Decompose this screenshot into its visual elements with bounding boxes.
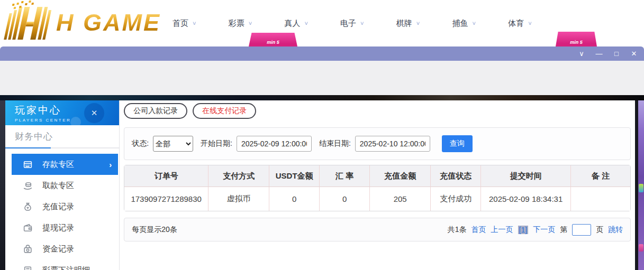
logo[interactable]: H GAME <box>5 3 161 42</box>
col-remark: 备 注 <box>570 165 630 187</box>
dark-divider-band <box>0 95 644 100</box>
cell-usdt-amount: 0 <box>269 187 319 211</box>
cell-order-number: 1739097271289830 <box>124 187 208 211</box>
cell-recharge-status: 支付成功 <box>430 187 480 211</box>
table-row: 1739097271289830 虚拟币 0 0 205 支付成功 2025-0… <box>124 187 630 211</box>
funds-bag-icon <box>23 245 33 254</box>
chevron-down-icon: ∨ <box>528 20 532 26</box>
cell-exchange-rate: 0 <box>319 187 369 211</box>
promo-ribbon: min 5 <box>556 32 597 46</box>
cell-remark <box>570 187 630 211</box>
sidebar-menu: 存款专区 › 取款专区 <box>5 154 119 270</box>
site-header: H GAME 首页 ∨ 彩票 ∨ 真人 ∨ 电子 ∨ 棋牌 ∨ <box>0 0 644 46</box>
chevron-down-icon: ∨ <box>192 20 197 26</box>
nav-item-sports[interactable]: 体育 ∨ <box>508 18 532 29</box>
money-bag-icon <box>23 202 33 211</box>
sidebar-section-finance: 财务中心 <box>5 125 119 143</box>
section-underline <box>5 147 119 148</box>
hand-coins-icon <box>23 181 33 190</box>
sidebar-subtitle: PLAYERS CENTER <box>15 118 119 123</box>
nav-item-fishing[interactable]: 捕鱼 ∨ <box>452 18 476 29</box>
window-top-band <box>0 61 644 95</box>
jump-button[interactable]: 跳转 <box>608 225 623 235</box>
maximize-icon[interactable]: □ <box>613 50 620 57</box>
tab-company-deposit-records[interactable]: 公司入款记录 <box>124 103 187 119</box>
nav-item-slots[interactable]: 电子 ∨ <box>340 18 365 29</box>
sidebar-header: 玩家中心 PLAYERS CENTER ✕ <box>5 100 119 125</box>
tab-online-payment-records[interactable]: 在线支付记录 <box>193 103 256 119</box>
logo-h-mark-icon <box>2 6 58 40</box>
record-tabs: 公司入款记录 在线支付记录 <box>124 103 631 119</box>
background-thumbnail <box>639 184 643 192</box>
chevron-down-icon: ∨ <box>304 20 309 26</box>
end-date-label: 结束日期: <box>319 139 351 148</box>
cell-payment-method: 虚拟币 <box>208 187 269 211</box>
sidebar-item-deposit-zone[interactable]: 存款专区 › <box>12 154 118 175</box>
cell-submit-time: 2025-02-09 18:34:31 <box>480 187 570 211</box>
window-content: 玩家中心 PLAYERS CENTER ✕ 财务中心 <box>0 100 644 270</box>
chevron-down-icon: ∨ <box>360 20 365 26</box>
filter-bar: 状态: 全部 开始日期: 结束日期: 查询 <box>124 127 631 160</box>
page: H GAME 首页 ∨ 彩票 ∨ 真人 ∨ 电子 ∨ 棋牌 ∨ <box>0 0 644 270</box>
logo-text: H GAME <box>56 9 161 36</box>
col-submit-time: 提交时间 <box>480 165 570 187</box>
nav-item-lottery[interactable]: 彩票 ∨ <box>229 18 253 29</box>
pagination-bar: 每页显示20条 共1条 首页 上一页 [1] 下一页 第 页 跳转 <box>124 218 631 241</box>
sidebar-item-recharge-records[interactable]: 充值记录 <box>5 196 119 217</box>
current-page-badge: [1] <box>518 226 529 234</box>
status-label: 状态: <box>132 139 149 148</box>
window-titlebar[interactable]: ∨ — □ ✕ <box>0 46 644 61</box>
per-page-text: 每页显示20条 <box>132 225 177 235</box>
sidebar-item-withdrawal-records[interactable]: 提现记录 <box>5 217 119 238</box>
gamepad-watermark-icon: ✕ <box>84 103 104 123</box>
total-count: 共1条 <box>448 225 467 235</box>
window-controls: ∨ — □ ✕ <box>578 46 638 61</box>
chevron-right-icon: › <box>109 160 112 169</box>
start-date-label: 开始日期: <box>201 139 232 148</box>
background-page-strip <box>638 100 644 270</box>
sidebar-item-withdraw-zone[interactable]: 取款专区 <box>5 175 119 196</box>
sidebar-item-funds-records[interactable]: 资金记录 <box>5 238 119 259</box>
chevron-down-icon: ∨ <box>248 20 253 26</box>
chevron-down-icon: ∨ <box>471 20 476 26</box>
close-icon[interactable]: ✕ <box>630 50 638 57</box>
cell-recharge-amount: 205 <box>369 187 430 211</box>
pagination-controls: 共1条 首页 上一页 [1] 下一页 第 页 跳转 <box>448 224 623 236</box>
jump-suffix: 页 <box>596 225 603 235</box>
nav-item-chess[interactable]: 棋牌 ∨ <box>396 18 421 29</box>
wallet-icon <box>23 224 33 232</box>
main-nav: 首页 ∨ 彩票 ∨ 真人 ∨ 电子 ∨ 棋牌 ∨ 捕鱼 ∨ <box>173 0 532 46</box>
start-date-input[interactable] <box>237 136 312 152</box>
collapse-icon[interactable]: ∨ <box>578 50 585 57</box>
background-thumbnail <box>639 244 643 252</box>
minimize-icon[interactable]: — <box>595 50 603 57</box>
prev-page-link[interactable]: 上一页 <box>491 225 513 235</box>
col-recharge-status: 充值状态 <box>430 165 480 187</box>
document-list-icon <box>23 266 33 270</box>
logo-dots-decoration <box>12 4 15 6</box>
chevron-down-icon: ∨ <box>416 20 421 26</box>
end-date-input[interactable] <box>355 136 430 152</box>
nav-item-live-casino[interactable]: 真人 ∨ <box>284 18 309 29</box>
first-page-link[interactable]: 首页 <box>471 225 486 235</box>
col-recharge-amount: 充值金额 <box>369 165 430 187</box>
status-select[interactable]: 全部 <box>153 136 193 152</box>
col-exchange-rate: 汇 率 <box>319 165 369 187</box>
jump-prefix: 第 <box>560 225 567 235</box>
payment-records-table: 订单号 支付方式 USDT金额 汇 率 充值金额 充值状态 提交时间 备 注 1 <box>124 165 631 211</box>
page-number-input[interactable] <box>572 224 591 236</box>
records-panel: 公司入款记录 在线支付记录 状态: 全部 开始日期: 结束日期: 查询 <box>120 100 635 270</box>
player-center-window: ∨ — □ ✕ 玩家中心 PLAYERS CENTER ✕ 财务中心 <box>0 46 644 270</box>
left-dark-edge <box>0 100 5 270</box>
col-order-number: 订单号 <box>124 165 208 187</box>
query-button[interactable]: 查询 <box>442 135 473 152</box>
section-label: 财务中心 <box>15 131 119 143</box>
promo-ribbon: min 5 <box>249 33 297 46</box>
player-center-sidebar: 玩家中心 PLAYERS CENTER ✕ 财务中心 <box>5 100 120 270</box>
col-payment-method: 支付方式 <box>208 165 269 187</box>
deposit-card-icon <box>23 160 33 169</box>
sidebar-item-lottery-bet-details[interactable]: 彩票下注明细 <box>5 259 119 270</box>
nav-item-home[interactable]: 首页 ∨ <box>173 18 197 29</box>
table-header-row: 订单号 支付方式 USDT金额 汇 率 充值金额 充值状态 提交时间 备 注 <box>124 165 630 187</box>
next-page-link[interactable]: 下一页 <box>533 225 555 235</box>
